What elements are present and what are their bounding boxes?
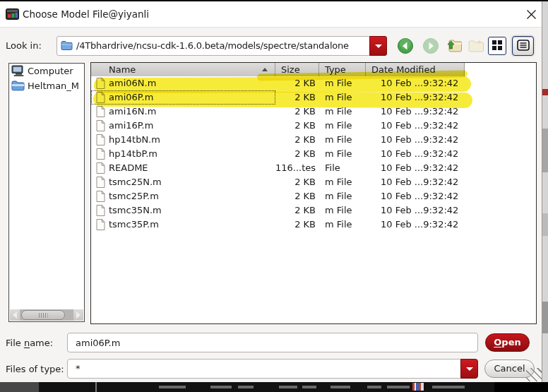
file-type-cell: m File — [319, 175, 366, 189]
detail-view-button[interactable] — [512, 36, 534, 56]
table-row[interactable]: tsmc25N.m2 KBm File10 Feb ...9:32:42 — [91, 175, 536, 189]
file-type-cell: m File — [319, 105, 366, 119]
detail-view-icon — [517, 40, 530, 53]
horizontal-scrollbar[interactable] — [10, 309, 83, 321]
list-view-button[interactable] — [488, 37, 506, 55]
column-header-date[interactable]: Date Modified — [366, 63, 465, 76]
file-icon — [96, 162, 105, 174]
resize-grip[interactable] — [526, 368, 542, 381]
file-size-cell: 2 KB — [275, 133, 319, 147]
table-row[interactable]: hp14tbP.m2 KBm File10 Feb ...9:32:42 — [91, 147, 536, 161]
file-icon — [96, 148, 105, 160]
column-header-type[interactable]: Type — [319, 63, 366, 76]
app-window-icon — [6, 8, 19, 20]
file-date-cell: 10 Feb ...9:32:42 — [366, 105, 465, 119]
file-name-cell: ami06N.m — [91, 76, 275, 90]
look-in-path: /4Tbhardrive/ncsu-cdk-1.6.0.beta/models/… — [76, 37, 349, 55]
open-button[interactable]: Open — [485, 333, 530, 352]
file-icon — [96, 219, 105, 230]
file-name-input[interactable] — [67, 333, 478, 352]
file-size-cell: 116...tes — [275, 161, 319, 175]
sort-ascending-icon — [262, 68, 268, 71]
chevron-down-icon[interactable] — [369, 36, 387, 56]
file-icon — [96, 120, 105, 131]
parent-directory-button[interactable] — [444, 37, 463, 54]
file-name-cell: tsmc25N.m — [91, 175, 275, 189]
close-icon[interactable] — [520, 4, 542, 25]
look-in-combobox[interactable]: /4Tbhardrive/ncsu-cdk-1.6.0.beta/models/… — [56, 36, 387, 56]
column-header-name[interactable]: Name — [91, 63, 275, 76]
file-date-cell: 10 Feb ...9:32:42 — [366, 203, 465, 218]
folder-icon — [61, 40, 73, 51]
file-type-cell: m File — [319, 218, 366, 232]
list-view-icon — [492, 40, 503, 53]
file-icon — [96, 78, 105, 89]
computer-icon — [11, 65, 25, 77]
sidebar-item-heltman[interactable]: Heltman_M — [9, 78, 84, 93]
file-date-cell: 10 Feb ...9:32:42 — [366, 119, 465, 133]
create-new-folder-button — [467, 37, 485, 54]
back-button[interactable] — [397, 37, 414, 54]
file-size-cell: 2 KB — [275, 76, 319, 90]
table-row[interactable]: ami06N.m2 KBm File10 Feb ...9:32:42 — [91, 76, 536, 90]
file-name-label: File name: — [6, 336, 53, 350]
table-row[interactable]: README116...tesFile10 Feb ...9:32:42 — [91, 161, 536, 175]
file-date-cell: 10 Feb ...9:32:42 — [366, 90, 465, 105]
file-size-cell: 2 KB — [275, 218, 319, 232]
table-row[interactable]: hp14tbN.m2 KBm File10 Feb ...9:32:42 — [91, 133, 536, 147]
scroll-left-arrow-icon[interactable] — [10, 309, 20, 321]
file-icon — [96, 134, 105, 145]
file-name-cell: tsmc35N.m — [91, 203, 275, 218]
file-icon — [96, 92, 105, 103]
file-type-cell: File — [319, 161, 366, 175]
file-date-cell: 10 Feb ...9:32:42 — [366, 161, 465, 175]
file-name-cell: ami16P.m — [91, 119, 275, 133]
file-date-cell: 10 Feb ...9:32:42 — [366, 76, 465, 90]
file-size-cell: 2 KB — [275, 90, 319, 105]
background-window-right-edge — [542, 1, 548, 382]
file-name-cell: tsmc35P.m — [91, 218, 275, 232]
files-of-type-label: Files of type: — [6, 362, 64, 376]
file-date-cell: 10 Feb ...9:32:42 — [366, 218, 465, 232]
column-header-size[interactable]: Size — [275, 63, 319, 76]
background-window-bottom-edge — [0, 382, 548, 392]
scroll-right-arrow-icon[interactable] — [73, 309, 83, 321]
file-size-cell: 2 KB — [275, 105, 319, 119]
table-row[interactable]: ami16P.m2 KBm File10 Feb ...9:32:42 — [91, 119, 536, 133]
file-icon — [96, 177, 105, 188]
file-icon — [96, 106, 105, 117]
file-rows: ami06N.m2 KBm File10 Feb ...9:32:42ami06… — [91, 76, 536, 232]
file-list: Name Size Type Date Modified ami06N.m2 K… — [90, 62, 537, 324]
file-date-cell: 10 Feb ...9:32:42 — [366, 147, 465, 161]
files-of-type-combobox[interactable]: * — [67, 359, 478, 379]
column-header-row: Name Size Type Date Modified — [91, 63, 465, 76]
file-type-cell: m File — [319, 189, 366, 203]
file-type-cell: m File — [319, 133, 366, 147]
look-in-label: Look in: — [6, 37, 42, 55]
file-size-cell: 2 KB — [275, 203, 319, 218]
file-icon — [96, 205, 105, 216]
table-row[interactable]: tsmc35N.m2 KBm File10 Feb ...9:32:42 — [91, 203, 536, 218]
folder-icon — [11, 80, 25, 92]
file-name-cell: ami16N.m — [91, 105, 275, 119]
file-size-cell: 2 KB — [275, 147, 319, 161]
table-row[interactable]: tsmc35P.m2 KBm File10 Feb ...9:32:42 — [91, 218, 536, 232]
scrollbar-thumb[interactable] — [21, 310, 65, 320]
file-type-cell: m File — [319, 90, 366, 105]
titlebar: Choose Model File@yiyanli — [0, 1, 542, 28]
forward-button — [422, 37, 439, 54]
table-row[interactable]: ami06P.m2 KBm File10 Feb ...9:32:42 — [91, 90, 536, 105]
file-type-cell: m File — [319, 203, 366, 218]
file-type-cell: m File — [319, 119, 366, 133]
sidebar-item-computer[interactable]: Computer — [9, 64, 84, 78]
file-type-cell: m File — [319, 76, 366, 90]
table-row[interactable]: tsmc25P.m2 KBm File10 Feb ...9:32:42 — [91, 189, 536, 203]
file-date-cell: 10 Feb ...9:32:42 — [366, 175, 465, 189]
files-of-type-value: * — [76, 360, 80, 378]
table-row[interactable]: ami16N.m2 KBm File10 Feb ...9:32:42 — [91, 105, 536, 119]
chevron-down-icon[interactable] — [460, 359, 478, 379]
file-name-cell: README — [91, 161, 275, 175]
file-chooser-dialog: Choose Model File@yiyanli Look in: /4Tbh… — [0, 1, 542, 382]
file-size-cell: 2 KB — [275, 175, 319, 189]
file-name-cell: hp14tbN.m — [91, 133, 275, 147]
